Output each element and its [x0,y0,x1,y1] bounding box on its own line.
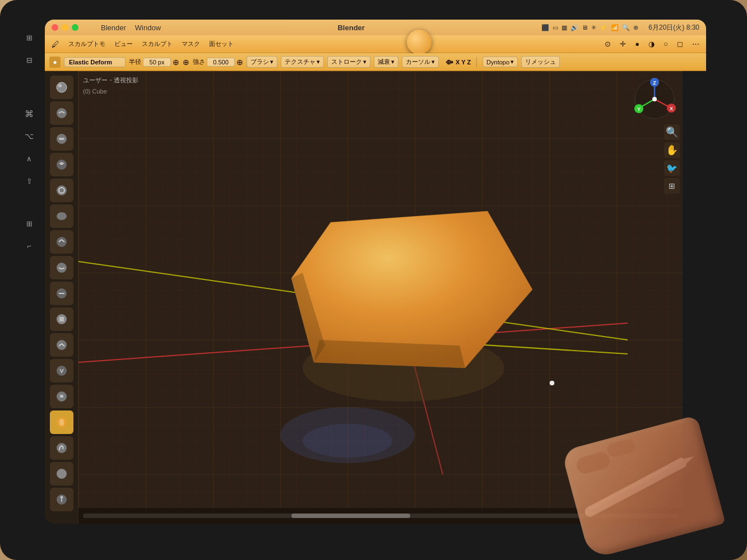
tool-pinch[interactable] [50,359,73,382]
tool-layer[interactable] [50,153,73,176]
tool-thumb[interactable] [50,462,73,486]
search-icon[interactable]: 🔍 [622,24,630,31]
navigation-gizmo[interactable]: Z X Y [632,77,677,122]
traffic-lights [52,24,78,31]
ipad-shortcut-d[interactable]: ⌐ [22,239,36,253]
strength-icon: ⊕ [183,58,189,67]
screen-icon: ▭ [553,24,558,31]
more-options[interactable]: ⋯ [689,39,703,49]
mask-menu[interactable]: マスク [178,39,203,49]
brush-thumbnail: ● [49,57,61,68]
svg-point-21 [60,496,63,499]
radius-param: 半径 50 px ⊕ [129,58,179,67]
tool-inflate[interactable] [50,179,73,202]
svg-point-15 [57,366,67,376]
tool-elastic-deform-active[interactable] [50,410,73,434]
svg-text:Z: Z [653,80,656,86]
strength-input[interactable]: 0.500 [207,58,235,67]
tool-clay[interactable] [50,101,73,125]
display-icon: 🖥 [582,24,588,31]
macos-titlebar: Blender Window Blender ⬛ ▭ ▦ 🔊 🖥 ✳ ⚡ 📶 🔍… [45,20,706,35]
face-set-menu[interactable]: 面セット [206,39,237,49]
dyntopo-dropdown[interactable]: Dyntopo▾ [482,57,518,67]
maximize-button[interactable] [72,24,78,31]
app-menu-blender[interactable]: Blender [101,24,126,32]
tool-grab[interactable] [50,385,73,408]
minimize-button[interactable] [62,24,68,31]
radius-adjust-icon[interactable]: ⊕ [173,58,179,67]
viewport-info: ユーザー・透視投影 (0) Cube [83,76,138,96]
tool-smooth[interactable] [50,256,73,279]
viewport-shading-rendered[interactable]: ○ [660,39,671,49]
svg-point-0 [57,82,67,92]
3d-viewport[interactable]: ユーザー・透視投影 (0) Cube Z X [78,71,683,508]
gizmo-icon[interactable]: ✛ [616,39,629,49]
sculpt-menu[interactable]: スカルプト [138,39,176,49]
axes-icon: ⟴ [446,58,453,66]
scrollbar-thumb[interactable] [291,514,410,518]
pan-tool[interactable]: ✋ [664,142,680,158]
system-status-bar: ⬛ ▭ ▦ 🔊 🖥 ✳ ⚡ 📶 🔍 ⊕ 6月20日(火) 8:30 [541,23,699,32]
ipad-shortcut-up[interactable]: ∧ [22,152,36,165]
blender-toolbar: 🖊 スカルプトモ ビュー スカルプト マスク 面セット ⊙ ✛ ● ◑ ○ ◻ … [45,35,706,53]
window-title: Blender [165,24,537,32]
tool-fill[interactable] [50,307,73,331]
brush-dropdown-menu[interactable]: ブラシ▾ [247,56,277,68]
tool-snake-hook[interactable] [50,436,73,460]
svg-point-8 [57,212,67,220]
view-menu[interactable]: ビュー [111,39,136,49]
power-icon: ⚡ [600,24,607,31]
cursor-dropdown-menu[interactable]: カーソル▾ [402,56,439,68]
stroke-dropdown-menu[interactable]: ストローク▾ [327,56,370,68]
remesh-dropdown[interactable]: リメッシュ [521,56,560,68]
axis-xyz-label[interactable]: X Y Z [456,59,471,66]
tool-scrape[interactable] [50,333,73,357]
tool-pose[interactable] [50,488,73,511]
strength-adjust-icon[interactable]: ⊕ [236,58,243,67]
snap-tool[interactable]: ⊞ [664,178,680,194]
zoom-tool[interactable]: 🔍 [664,124,680,140]
tool-crease[interactable] [50,230,73,254]
texture-dropdown-menu[interactable]: テクスチャ▾ [281,56,324,68]
center-orb [407,30,432,54]
svg-point-6 [57,185,67,195]
svg-point-35 [303,424,392,458]
tool-blob[interactable] [50,204,73,228]
sculpt-mode-dropdown[interactable]: スカルプトモ [65,39,109,49]
svg-point-36 [550,381,554,385]
svg-point-1 [58,84,62,87]
tool-flatten[interactable] [50,282,73,305]
ipad-control-2[interactable]: ⊟ [22,53,36,67]
overlay-icon[interactable]: ⊙ [601,39,614,49]
datetime-display: 6月20日(火) 8:30 [648,23,699,32]
ipad-shortcut-shift[interactable]: ⇧ [22,174,36,188]
speaker-icon: 🔊 [570,24,578,31]
brush-name-button[interactable]: Elastic Deform [64,57,126,67]
ipad-frame: ⊞ ⊟ ⌘ ⌥ ∧ ⇧ ⊞ ⌐ Blender Window Blender [0,0,747,560]
axis-constraint: ⟴ X Y Z [446,58,471,66]
control-icon[interactable]: ⊕ [633,24,638,31]
viewport-shading-material[interactable]: ◑ [645,39,658,49]
app-menu-window[interactable]: Window [135,24,161,32]
svg-point-14 [57,340,67,350]
close-button[interactable] [52,24,58,31]
viewport-shading-solid[interactable]: ● [632,39,643,49]
strength-label: 強さ [193,58,205,66]
tool-draw[interactable] [50,76,73,99]
ipad-control-1[interactable]: ⊞ [22,31,36,44]
svg-text:Y: Y [637,106,641,112]
svg-point-9 [57,237,67,247]
viewport-shading-wire[interactable]: ◻ [674,39,686,49]
ipad-left-controls: ⊞ ⊟ ⌘ ⌥ ∧ ⇧ ⊞ ⌐ [22,20,36,524]
falloff-dropdown-menu[interactable]: 減衰▾ [374,56,398,68]
radius-input[interactable]: 50 px [143,58,171,67]
ipad-shortcut-grid[interactable]: ⊞ [22,217,36,230]
horizontal-scrollbar[interactable] [83,514,678,518]
svg-rect-4 [59,138,64,140]
tool-clay-strips[interactable] [50,127,73,151]
orbit-tool[interactable]: 🐦 [664,160,680,176]
svg-point-47 [652,97,657,101]
object-name-label: (0) Cube [83,87,138,97]
ipad-shortcut-opt: ⌥ [22,129,36,143]
svg-text:X: X [670,106,673,111]
